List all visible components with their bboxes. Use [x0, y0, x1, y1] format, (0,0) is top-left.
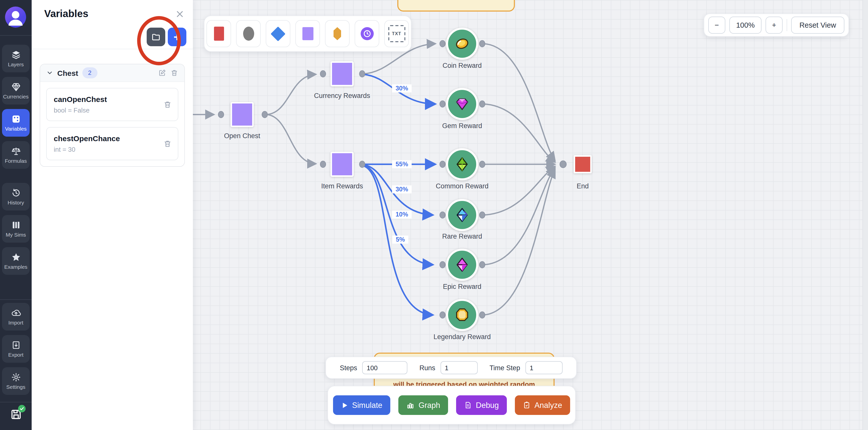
gold-gem-icon: [454, 307, 470, 323]
close-panel-button[interactable]: [175, 9, 185, 19]
reset-view-button[interactable]: Reset View: [791, 17, 844, 34]
edge-label-30pct-rare[interactable]: 30%: [392, 185, 412, 193]
time-step-input[interactable]: [525, 361, 562, 374]
text-box-icon: TXT: [388, 25, 405, 42]
node-common-reward[interactable]: [446, 148, 478, 180]
edge-label-30pct-gem[interactable]: 30%: [392, 84, 412, 92]
chevron-down-icon: [46, 69, 53, 76]
node-epic-reward[interactable]: [446, 249, 478, 281]
sidebar-item-examples[interactable]: Examples: [2, 247, 30, 275]
analyze-button[interactable]: Analyze: [515, 395, 570, 415]
saved-check-badge: [18, 405, 25, 412]
sidebar-item-label: Formulas: [5, 158, 27, 164]
panel-title: Variables: [44, 8, 88, 20]
zoom-controls: − 100% + Reset View: [704, 13, 849, 37]
steps-input[interactable]: [362, 361, 407, 374]
tool-text[interactable]: TXT: [384, 20, 409, 47]
node-item-rewards[interactable]: [331, 152, 353, 177]
green-gem-icon: [454, 156, 470, 172]
divider: [786, 19, 787, 31]
edge-label-5pct-legendary[interactable]: 5%: [392, 236, 408, 244]
sidebar-item-label: Import: [8, 319, 23, 326]
delete-variable-button[interactable]: [163, 140, 172, 148]
diamond-icon: [11, 82, 21, 92]
sidebar-item-settings[interactable]: Settings: [2, 367, 30, 395]
note-top[interactable]: and 70% chance of not: [397, 0, 515, 11]
sidebar-item-currencies[interactable]: Currencies: [2, 77, 30, 104]
label-end: End: [577, 182, 589, 190]
edge-gem-end: [483, 104, 555, 162]
folder-group-button[interactable]: [147, 28, 165, 46]
save-status-indicator: [9, 408, 22, 421]
sidebar-item-my-sims[interactable]: My Sims: [2, 215, 30, 243]
close-icon: [175, 9, 185, 19]
node-rare-reward[interactable]: [446, 199, 478, 231]
sidebar-item-label: Layers: [8, 61, 24, 67]
node-gem-reward[interactable]: [446, 88, 478, 120]
trash-icon: [163, 100, 172, 109]
edit-group-button[interactable]: [158, 69, 166, 77]
sidebar-item-layers[interactable]: Layers: [2, 45, 30, 72]
sidebar-item-history[interactable]: History: [2, 183, 30, 211]
edge-label-55pct-common[interactable]: 55%: [392, 160, 412, 168]
tool-red-rectangle[interactable]: [207, 20, 231, 47]
sidebar-item-export[interactable]: Export: [2, 335, 30, 363]
sidebar-item-label: Variables: [5, 126, 27, 132]
simulate-button[interactable]: Simulate: [333, 395, 391, 415]
zoom-level[interactable]: 100%: [730, 17, 762, 34]
delete-group-button[interactable]: [170, 69, 178, 77]
delete-variable-button[interactable]: [163, 100, 172, 109]
note-top-text: and 70% chance of not: [398, 0, 514, 0]
label-currency-rewards: Currency Rewards: [314, 92, 370, 99]
edge-openchest-currency: [266, 74, 316, 115]
node-coin-reward[interactable]: [446, 28, 478, 60]
variable-card-chestOpenChance[interactable]: chestOpenChance int = 30: [46, 127, 178, 160]
sidebar-item-import[interactable]: Import: [2, 303, 30, 331]
debug-button[interactable]: Debug: [456, 395, 507, 415]
add-variable-button[interactable]: +: [168, 28, 186, 46]
sidebar: Layers Currencies Variables Formulas: [0, 0, 32, 430]
sidebar-item-formulas[interactable]: Formulas: [2, 141, 30, 169]
edge-label-10pct-epic[interactable]: 10%: [392, 211, 412, 218]
tool-orange-hexagon[interactable]: [325, 20, 350, 47]
group-header[interactable]: Chest 2: [40, 64, 184, 82]
edge-epic-end: [483, 168, 555, 265]
zoom-in-button[interactable]: +: [766, 17, 783, 34]
purple-square-icon: [302, 27, 313, 40]
runs-input[interactable]: [440, 361, 477, 374]
zoom-out-button[interactable]: −: [708, 17, 725, 34]
tool-blue-diamond[interactable]: [266, 20, 290, 47]
node-currency-rewards[interactable]: [331, 61, 353, 86]
variable-card-canOpenChest[interactable]: canOpenChest bool = False: [46, 88, 178, 121]
sidebar-item-label: My Sims: [6, 232, 26, 238]
label-open-chest: Open Chest: [224, 132, 260, 140]
divider: [0, 402, 32, 402]
tool-timer[interactable]: [354, 20, 379, 47]
node-open-chest[interactable]: [230, 102, 254, 127]
user-icon: [5, 6, 26, 28]
clipboard-check-icon: [523, 401, 530, 409]
label-common-reward: Common Reward: [436, 182, 489, 190]
avatar[interactable]: [5, 6, 26, 28]
variables-panel: Variables + Chest 2: [32, 0, 193, 430]
map-icon: [11, 220, 21, 230]
label-rare-reward: Rare Reward: [442, 233, 482, 240]
group-name: Chest: [57, 68, 78, 77]
check-icon: [19, 406, 24, 411]
tool-gray-ellipse[interactable]: [236, 20, 261, 47]
graph-button[interactable]: Graph: [398, 395, 448, 415]
plus-icon: +: [174, 31, 181, 43]
dice-icon: [11, 114, 21, 124]
scrollbar-gutter[interactable]: [863, 0, 868, 430]
node-legendary-reward[interactable]: [446, 299, 478, 331]
edge-coin-end: [483, 44, 555, 161]
folder-icon: [151, 32, 161, 42]
sidebar-item-variables[interactable]: Variables: [2, 109, 30, 136]
action-bar: Simulate Graph Debug Analyze: [328, 386, 576, 425]
label-coin-reward: Coin Reward: [442, 62, 482, 69]
tool-purple-square[interactable]: [296, 20, 320, 47]
node-end[interactable]: [574, 155, 592, 173]
gray-ellipse-icon: [243, 27, 254, 41]
node-ports: [218, 40, 566, 318]
cloud-upload-icon: [11, 308, 21, 318]
